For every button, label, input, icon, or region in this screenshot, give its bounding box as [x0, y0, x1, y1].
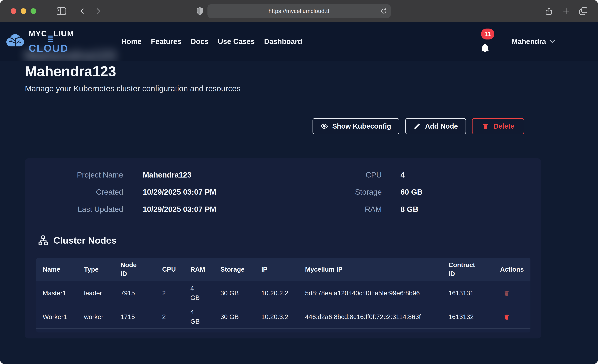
nav-item-dashboard[interactable]: Dashboard — [264, 37, 302, 46]
cell-mycelium-ip: 446:d2a6:8bcd:8c16:ff0f:72e2:3114:863f — [305, 312, 448, 322]
cell-mycelium-ip: 5d8:78ea:a120:f40c:ff0f:a5fe:99e6:8b96 — [305, 289, 448, 298]
cell-name: Worker1 — [43, 312, 84, 322]
logo-text-line2: CLOUD — [29, 43, 74, 53]
table-body: Master1 leader 7915 2 4 GB 30 GB 10.20.2… — [36, 281, 531, 329]
add-node-button[interactable]: Add Node — [405, 118, 466, 134]
reload-icon[interactable] — [380, 8, 387, 14]
cell-ram: 4 GB — [190, 284, 220, 302]
info-value: 60 GB — [400, 188, 423, 196]
address-bar[interactable]: https://myceliumcloud.tf — [208, 4, 391, 18]
page-title: Mahendra123 — [25, 64, 116, 78]
logo-text: MYCLIUM CLOUD — [29, 30, 74, 53]
chevron-down-icon — [549, 40, 555, 43]
info-value: 8 GB — [400, 205, 418, 214]
browser-actions — [545, 7, 588, 16]
cell-node-id: 1715 — [120, 312, 162, 322]
info-row: CPU4 — [25, 170, 541, 179]
main-nav: HomeFeaturesDocsUse CasesDashboard — [121, 22, 302, 61]
url-text: https://myceliumcloud.tf — [269, 8, 329, 14]
info-row: RAM8 GB — [25, 205, 541, 214]
site-header: Mahendra123 — [0, 22, 598, 61]
column-header-mycelium-ip: Mycelium IP — [305, 265, 448, 274]
trash-icon — [482, 123, 489, 130]
info-row: Storage60 GB — [25, 188, 541, 196]
table-header-row: NameTypeNode IDCPURAMStorageIPMycelium I… — [36, 258, 531, 281]
cluster-details-card: Project NameMahendra123Created10/29/2025… — [25, 158, 541, 339]
info-label: Storage — [324, 188, 382, 196]
pencil-icon — [414, 123, 421, 130]
privacy-shield-icon — [196, 7, 203, 16]
nav-item-docs[interactable]: Docs — [191, 37, 209, 46]
cell-storage: 30 GB — [220, 289, 261, 298]
cell-ip: 10.20.2.2 — [261, 289, 305, 298]
info-value: 4 — [400, 170, 405, 179]
cell-name: Master1 — [43, 289, 84, 298]
bell-icon — [480, 43, 490, 53]
table-row: Master1 leader 7915 2 4 GB 30 GB 10.20.2… — [36, 281, 531, 305]
column-header-node-id: Node ID — [120, 261, 162, 278]
delete-node-button[interactable] — [500, 290, 510, 297]
network-nodes-icon — [38, 235, 49, 246]
column-header-name: Name — [43, 265, 84, 274]
user-name: Mahendra — [512, 37, 546, 46]
show-kubeconfig-button[interactable]: Show Kubeconfig — [313, 118, 399, 134]
minimize-window-button[interactable] — [21, 8, 26, 14]
nav-item-features[interactable]: Features — [151, 37, 181, 46]
close-window-button[interactable] — [11, 8, 16, 14]
nav-item-home[interactable]: Home — [121, 37, 141, 46]
info-label: CPU — [324, 170, 382, 179]
cell-ram: 4 GB — [190, 307, 220, 326]
cell-actions — [500, 290, 531, 297]
cluster-nodes-table: NameTypeNode IDCPURAMStorageIPMycelium I… — [36, 258, 531, 332]
column-header-cpu: CPU — [162, 265, 190, 274]
notification-badge: 11 — [481, 29, 494, 40]
trash-icon — [504, 290, 510, 297]
cell-contract-id: 1613132 — [448, 312, 500, 322]
back-icon[interactable] — [78, 7, 87, 15]
cell-contract-id: 1613131 — [448, 289, 500, 298]
browser-window: https://myceliumcloud.tf Mahendra123 Man… — [0, 0, 598, 364]
table-row: Worker1 worker 1715 2 4 GB 30 GB 10.20.3… — [36, 305, 531, 329]
window-controls — [11, 8, 36, 14]
logo-text-line1: MYCLIUM — [29, 30, 74, 42]
user-menu[interactable]: Mahendra — [512, 37, 555, 46]
forward-icon[interactable] — [94, 7, 102, 15]
tab-overview-icon[interactable] — [579, 7, 588, 16]
logo[interactable]: MYCLIUM CLOUD — [5, 30, 74, 53]
mycelium-cloud-logo-icon — [5, 33, 25, 50]
column-header-actions: Actions — [500, 265, 531, 274]
cell-actions — [500, 313, 531, 321]
cell-type: worker — [84, 312, 120, 322]
notifications-button[interactable]: 11 — [478, 28, 496, 55]
delete-node-button[interactable] — [500, 313, 510, 321]
column-header-contract-id: Contract ID — [448, 261, 500, 278]
cluster-nodes-heading: Cluster Nodes — [38, 235, 116, 246]
cluster-nodes-title: Cluster Nodes — [53, 235, 116, 246]
delete-cluster-button[interactable]: Delete — [472, 118, 524, 134]
add-node-label: Add Node — [425, 122, 458, 130]
delete-label: Delete — [493, 122, 514, 130]
cell-node-id: 7915 — [120, 289, 162, 298]
column-header-ip: IP — [261, 265, 305, 274]
cell-ip: 10.20.3.2 — [261, 312, 305, 322]
column-header-storage: Storage — [220, 265, 261, 274]
new-tab-icon[interactable] — [562, 7, 570, 16]
cluster-actions-toolbar: Show Kubeconfig Add Node Delete — [313, 118, 524, 134]
fullscreen-window-button[interactable] — [31, 8, 36, 14]
cell-cpu: 2 — [162, 312, 190, 322]
show-kubeconfig-label: Show Kubeconfig — [332, 122, 391, 130]
nav-item-use-cases[interactable]: Use Cases — [218, 37, 255, 46]
share-icon[interactable] — [545, 7, 553, 16]
eye-icon — [321, 123, 328, 130]
page-subtitle: Manage your Kubernetes cluster configura… — [25, 84, 241, 93]
cell-cpu: 2 — [162, 289, 190, 298]
sidebar-toggle-icon[interactable] — [56, 7, 67, 16]
cell-type: leader — [84, 289, 120, 298]
trash-icon — [504, 313, 510, 321]
column-header-type: Type — [84, 265, 120, 274]
column-header-ram: RAM — [190, 265, 220, 274]
cell-storage: 30 GB — [220, 312, 261, 322]
page-content: Mahendra123 Manage your Kubernetes clust… — [0, 22, 598, 364]
info-label: RAM — [324, 205, 382, 214]
browser-toolbar: https://myceliumcloud.tf — [0, 0, 598, 22]
